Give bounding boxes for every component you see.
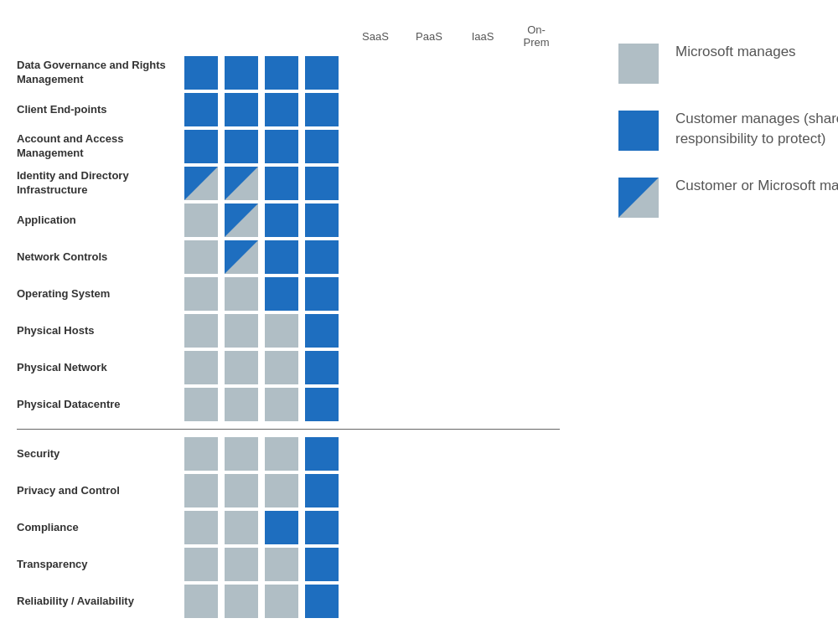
cell-blue [265, 240, 298, 274]
cell-blue [305, 130, 339, 163]
cell-blue [305, 277, 339, 311]
cell-blue [305, 93, 339, 126]
cell-gray [225, 585, 258, 618]
row-label: Application [17, 214, 184, 228]
cell-gray [184, 277, 218, 311]
cell-gray [225, 437, 258, 471]
cell-gray [225, 277, 258, 311]
cell-blue [305, 437, 339, 471]
cell-split [184, 167, 218, 200]
section-divider [17, 429, 560, 430]
row-label: Physical Hosts [17, 324, 184, 338]
cell-gray [184, 437, 218, 471]
table-row: Security [17, 436, 560, 471]
table-section: SaaSPaaSIaaSOn-PremData Governance and R… [17, 17, 560, 621]
row-label: Security [17, 447, 184, 461]
cell-gray [225, 314, 258, 348]
table-row: Compliance [17, 510, 560, 545]
cell-split [225, 167, 258, 200]
row-label: Transparency [17, 558, 184, 572]
cell-gray [184, 585, 218, 618]
cell-split [225, 204, 258, 237]
cell-blue [265, 204, 298, 237]
cell-blue [305, 474, 339, 507]
row-label: Identity and Directory Infrastructure [17, 169, 184, 198]
legend-item-split: Customer or Microsoft manages [618, 176, 838, 218]
cell-blue [265, 167, 298, 200]
cell-blue [305, 351, 339, 384]
cell-gray [184, 474, 218, 507]
cell-gray [265, 585, 298, 618]
row-label: Reliability / Availability [17, 595, 184, 609]
cell-blue [305, 204, 339, 237]
table-row: Network Controls [17, 240, 560, 275]
row-label: Operating System [17, 287, 184, 301]
table-row: Privacy and Control [17, 473, 560, 508]
table-row: Identity and Directory Infrastructure [17, 166, 560, 201]
legend-item-blue: Customer manages (shared responsibility … [618, 109, 838, 151]
column-headers: SaaSPaaSIaaSOn-Prem [17, 23, 560, 49]
cell-gray [184, 314, 218, 348]
table-row: Reliability / Availability [17, 584, 560, 619]
cell-gray [225, 388, 258, 421]
legend-color-gray [618, 44, 659, 84]
cell-gray [184, 240, 218, 274]
cell-gray [265, 548, 298, 581]
col-header-paas: PaaS [409, 30, 449, 43]
cell-gray [184, 388, 218, 421]
cell-blue [265, 93, 298, 126]
table-row: Physical Network [17, 350, 560, 385]
table-row: Physical Hosts [17, 313, 560, 348]
table-wrapper: SaaSPaaSIaaSOn-PremData Governance and R… [17, 23, 560, 619]
table-row: Physical Datacentre [17, 387, 560, 422]
cell-blue [225, 56, 258, 90]
cell-blue [265, 511, 298, 544]
table-row: Account and Access Management [17, 129, 560, 164]
row-label: Network Controls [17, 250, 184, 265]
col-header-saas: SaaS [355, 30, 396, 43]
cell-blue [184, 130, 218, 163]
table-row: Transparency [17, 547, 560, 582]
legend-wrapper: Microsoft managesCustomer manages (share… [618, 42, 838, 218]
col-header-iaas: IaaS [463, 30, 503, 43]
legend-color-split [618, 178, 659, 218]
cell-split [225, 240, 258, 274]
row-label: Physical Network [17, 361, 184, 375]
row-label: Data Governance and Rights Management [17, 59, 184, 87]
cell-blue [305, 314, 339, 348]
legend-label: Customer or Microsoft manages [675, 176, 838, 196]
legend-color-blue [618, 111, 659, 151]
table-row: Data Governance and Rights Management [17, 55, 560, 90]
cell-gray [265, 388, 298, 421]
row-label: Privacy and Control [17, 484, 184, 498]
cell-gray [225, 351, 258, 384]
cell-gray [184, 511, 218, 544]
cell-blue [225, 130, 258, 163]
table-row: Operating System [17, 276, 560, 312]
cell-blue [305, 548, 339, 581]
cell-blue [305, 240, 339, 274]
cell-blue [184, 56, 218, 90]
legend-label: Microsoft manages [675, 42, 796, 62]
cell-blue [265, 277, 298, 311]
cell-gray [265, 474, 298, 507]
table-row: Application [17, 203, 560, 238]
legend-label: Customer manages (shared responsibility … [675, 109, 838, 149]
cell-gray [265, 314, 298, 348]
cell-gray [225, 474, 258, 507]
cell-blue [265, 56, 298, 90]
cell-blue [265, 130, 298, 163]
cell-blue [305, 56, 339, 90]
main-container: SaaSPaaSIaaSOn-PremData Governance and R… [17, 17, 821, 621]
row-label: Physical Datacentre [17, 398, 184, 412]
col-header-on-prem: On-Prem [516, 23, 556, 49]
cell-blue [305, 585, 339, 618]
cell-blue [225, 93, 258, 126]
cell-gray [225, 511, 258, 544]
row-label: Client End-points [17, 103, 184, 117]
table-row: Client End-points [17, 92, 560, 127]
cell-blue [305, 388, 339, 421]
cell-blue [305, 511, 339, 544]
cell-blue [305, 167, 339, 200]
row-label: Account and Access Management [17, 132, 184, 161]
